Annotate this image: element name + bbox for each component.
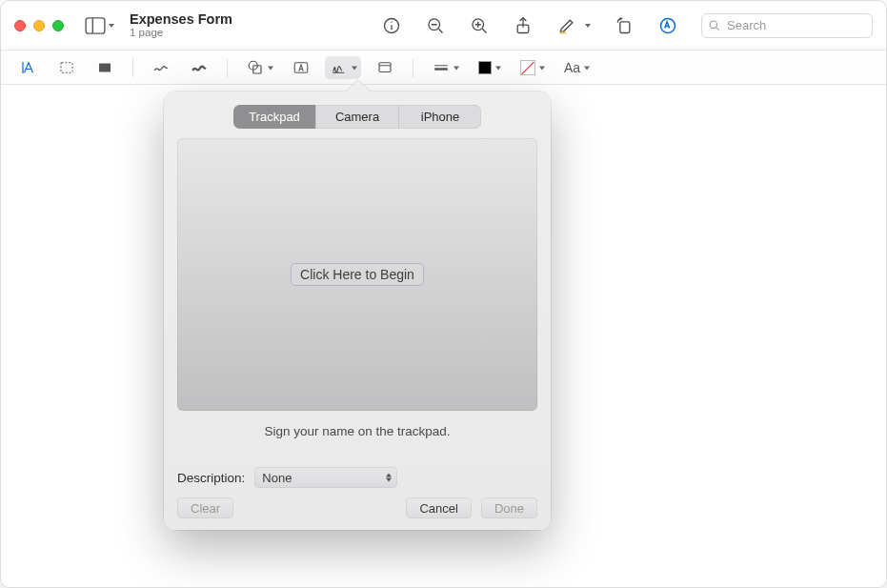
description-row: Description: None (177, 467, 537, 488)
clear-button[interactable]: Clear (177, 497, 233, 518)
begin-signature-button[interactable]: Click Here to Begin (291, 263, 424, 286)
page-count: 1 page (130, 27, 232, 39)
sidebar-toggle-button[interactable] (85, 17, 114, 34)
text-style-button[interactable]: Aa (558, 56, 594, 79)
sketch-button[interactable] (147, 56, 175, 79)
share-icon (514, 16, 533, 35)
preview-window: Expenses Form 1 page (0, 0, 887, 588)
window-controls (14, 20, 64, 31)
title-block: Expenses Form 1 page (130, 11, 232, 40)
draw-icon (191, 59, 208, 76)
svg-rect-0 (86, 17, 105, 32)
shapes-button[interactable] (241, 56, 277, 79)
highlight-menu-chevron[interactable] (585, 24, 591, 28)
description-label: Description: (177, 471, 245, 485)
redact-icon (96, 59, 113, 76)
shape-style-button[interactable] (427, 56, 463, 79)
text-box-icon (292, 59, 310, 76)
markup-toolbar: Aa (1, 51, 886, 85)
description-select[interactable]: None (254, 467, 397, 488)
signature-tab-trackpad[interactable]: Trackpad (233, 105, 315, 129)
highlight-icon (557, 16, 576, 35)
svg-rect-23 (379, 62, 391, 71)
done-button[interactable]: Done (481, 497, 537, 518)
shapes-icon (247, 59, 264, 76)
rotate-icon (615, 16, 634, 35)
separator (413, 58, 413, 77)
search-icon (708, 19, 721, 32)
rect-selection-icon (58, 59, 75, 76)
rect-selection-button[interactable] (52, 56, 81, 79)
fill-none-icon (520, 60, 535, 75)
fill-color-button[interactable] (514, 56, 549, 79)
zoom-out-button[interactable] (425, 15, 446, 36)
info-button[interactable] (381, 15, 402, 36)
close-window-button[interactable] (14, 20, 26, 31)
border-color-swatch (478, 61, 492, 74)
redact-button[interactable] (91, 56, 119, 79)
signature-pad[interactable]: Click Here to Begin (177, 138, 537, 411)
sign-button[interactable] (325, 56, 361, 79)
text-selection-button[interactable] (14, 56, 43, 79)
note-button[interactable] (371, 56, 399, 79)
separator (132, 58, 133, 77)
rotate-button[interactable] (614, 15, 635, 36)
titlebar: Expenses Form 1 page (1, 1, 886, 51)
chevron-down-icon (109, 24, 114, 28)
signature-icon (331, 59, 348, 76)
svg-point-15 (710, 21, 717, 29)
separator (227, 58, 228, 77)
select-stepper-icon (386, 474, 392, 482)
text-box-button[interactable] (287, 56, 315, 79)
svg-rect-18 (61, 62, 72, 72)
signature-tab-iphone[interactable]: iPhone (399, 105, 481, 129)
search-field[interactable]: Search (701, 13, 873, 38)
cancel-button[interactable]: Cancel (406, 497, 471, 518)
document-title: Expenses Form (130, 11, 232, 28)
text-selection-icon (20, 59, 37, 76)
sketch-icon (152, 59, 170, 76)
zoom-out-icon (426, 16, 445, 35)
note-icon (376, 59, 393, 76)
line-style-icon (433, 59, 450, 76)
signature-popover: Trackpad Camera iPhone Click Here to Beg… (164, 91, 551, 530)
description-value: None (262, 471, 292, 485)
highlight-button[interactable] (556, 15, 577, 36)
border-color-button[interactable] (473, 56, 505, 79)
svg-rect-13 (620, 21, 630, 32)
signature-source-segment: Trackpad Camera iPhone (233, 105, 481, 129)
svg-line-16 (716, 27, 719, 30)
zoom-in-icon (470, 16, 489, 35)
svg-point-4 (391, 21, 392, 22)
info-icon (382, 16, 401, 35)
svg-rect-19 (99, 63, 111, 71)
signature-hint: Sign your name on the trackpad. (177, 424, 537, 438)
signature-tab-camera[interactable]: Camera (316, 105, 398, 129)
zoom-window-button[interactable] (52, 20, 64, 31)
zoom-in-button[interactable] (469, 15, 490, 36)
svg-line-9 (482, 29, 486, 32)
popover-button-row: Clear Cancel Done (177, 497, 537, 518)
draw-button[interactable] (185, 56, 213, 79)
sidebar-icon (85, 17, 106, 34)
share-button[interactable] (513, 15, 534, 36)
svg-line-6 (438, 29, 442, 32)
markup-button[interactable] (657, 15, 678, 36)
markup-icon (658, 16, 677, 35)
top-toolbar: Search (381, 13, 873, 38)
search-placeholder: Search (727, 18, 766, 32)
text-style-label: Aa (564, 60, 580, 75)
minimize-window-button[interactable] (33, 20, 45, 31)
